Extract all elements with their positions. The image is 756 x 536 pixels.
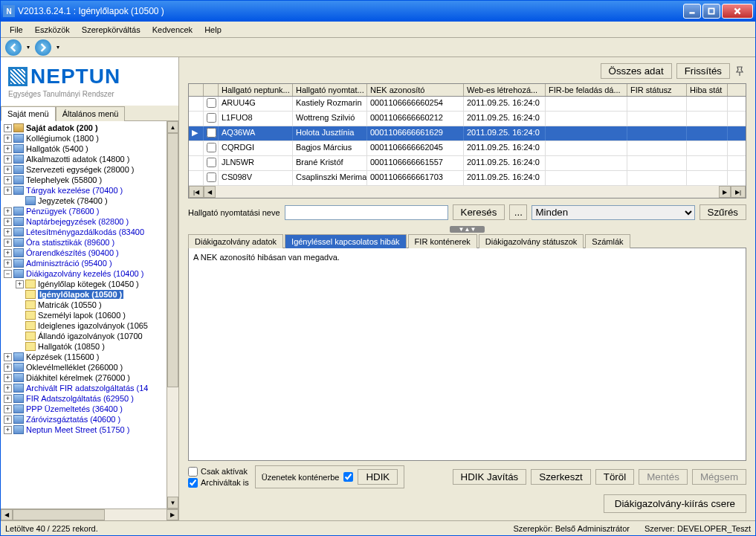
grid-col-neptun[interactable]: Hallgató neptunk... xyxy=(219,84,293,96)
tree-item[interactable]: +Hallgatók (5400 ) xyxy=(2,143,165,154)
refresh-button[interactable]: Frissítés xyxy=(676,63,730,79)
table-row[interactable]: ▶AQ36WAHolota Jusztínia00011066666616292… xyxy=(189,126,746,141)
expand-icon[interactable]: + xyxy=(4,426,12,434)
row-checkbox[interactable] xyxy=(207,98,216,108)
nav-back-dropdown[interactable]: ▾ xyxy=(25,39,32,56)
expand-icon[interactable]: + xyxy=(4,176,12,184)
expand-icon[interactable]: + xyxy=(4,405,12,413)
tree-item[interactable]: +Záróvizsgáztatás (40600 ) xyxy=(2,414,165,424)
expand-icon[interactable]: + xyxy=(4,207,12,216)
tree-item[interactable]: +Létesítménygazdálkodás (83400 xyxy=(2,227,165,237)
table-row[interactable]: L1FUO8Wottreng Szilvió000110666666021220… xyxy=(189,112,746,126)
tree-item[interactable]: +Órarendkészítés (90400 ) xyxy=(2,248,165,258)
expand-icon[interactable]: + xyxy=(4,259,12,268)
nav-tree[interactable]: +Saját adatok (200 )+Kollégiumok (1800 )… xyxy=(1,121,167,508)
tree-vscroll[interactable]: ▲ ▼ xyxy=(167,121,178,508)
tree-item[interactable]: +Kollégiumok (1800 ) xyxy=(2,133,165,143)
row-checkbox[interactable] xyxy=(207,143,216,152)
expand-icon[interactable]: + xyxy=(4,374,12,382)
grid-hscroll[interactable]: |◀ ◀ ▶ ▶| xyxy=(189,186,746,198)
edit-button[interactable]: Szerkeszt xyxy=(531,469,591,485)
only-active-check[interactable]: Csak aktívak xyxy=(188,467,249,477)
card-swap-button[interactable]: Diákigazolvány-kiírás csere xyxy=(604,494,746,513)
nav-forward-button[interactable] xyxy=(35,39,51,56)
tree-item[interactable]: +Oklevélmelléklet (266000 ) xyxy=(2,362,165,372)
expand-icon[interactable]: + xyxy=(4,395,12,403)
grid-scroll-right-icon[interactable]: ▶ xyxy=(719,186,731,198)
row-checkbox[interactable] xyxy=(207,158,216,167)
search-button[interactable]: Keresés xyxy=(453,204,505,220)
tab-own-menu[interactable]: Saját menü xyxy=(1,106,56,121)
expand-icon[interactable]: + xyxy=(4,166,12,174)
archived-check[interactable]: Archiváltak is xyxy=(188,478,249,488)
expand-icon[interactable]: + xyxy=(4,384,12,393)
table-row[interactable]: CQRDGIBagjos Március00011066666620452011… xyxy=(189,141,746,156)
scroll-right-icon[interactable]: ▶ xyxy=(167,509,178,520)
tree-item[interactable]: +Szervezeti egységek (28000 ) xyxy=(2,164,165,175)
table-row[interactable]: CS098VCsaplinszki Merima0001106666661703… xyxy=(189,171,746,186)
minimize-button[interactable] xyxy=(683,4,701,19)
expand-icon[interactable]: + xyxy=(16,280,24,288)
tree-item[interactable]: +Tárgyak kezelése (70400 ) xyxy=(2,185,165,196)
cancel-button[interactable]: Mégsem xyxy=(692,469,746,485)
row-checkbox[interactable] xyxy=(207,128,216,138)
grid-col-name[interactable]: Hallgató nyomtat... xyxy=(293,84,367,96)
table-row[interactable]: ARUU4GKastiely Rozmarin00011066666602542… xyxy=(189,97,746,112)
menu-favorites[interactable]: Kedvencek xyxy=(146,24,198,36)
tree-item[interactable]: +Személyi lapok (10600 ) xyxy=(2,310,165,320)
tree-item[interactable]: +FIR Adatszolgáltatás (62950 ) xyxy=(2,393,165,404)
tree-item[interactable]: +Naptárbejegyzések (82800 ) xyxy=(2,216,165,227)
collapse-toggle[interactable]: ▼▲▼ xyxy=(182,225,752,233)
menu-file[interactable]: File xyxy=(4,24,29,36)
tab-card-statuses[interactable]: Diákigazolvány státuszok xyxy=(479,234,584,248)
row-checkbox-cell[interactable] xyxy=(204,156,219,170)
tree-item[interactable]: +Adminisztráció (95400 ) xyxy=(2,258,165,268)
tree-item[interactable]: +Jegyzetek (78400 ) xyxy=(2,196,165,206)
row-checkbox-cell[interactable] xyxy=(204,97,219,111)
menu-tools[interactable]: Eszközök xyxy=(29,24,76,36)
row-selector[interactable] xyxy=(189,97,204,111)
grid-col-errstatus[interactable]: Hiba stát xyxy=(687,84,728,96)
filter-select[interactable]: Minden xyxy=(532,205,694,220)
menu-help[interactable]: Help xyxy=(198,24,227,36)
only-active-checkbox[interactable] xyxy=(188,467,198,477)
tree-item[interactable]: +Képzések (115600 ) xyxy=(2,352,165,362)
expand-icon[interactable]: + xyxy=(4,353,12,361)
row-selector[interactable] xyxy=(189,156,204,170)
tab-fir-containers[interactable]: FIR konténerek xyxy=(408,234,477,248)
row-checkbox-cell[interactable] xyxy=(204,141,219,155)
grid-col-firdate[interactable]: FIR-be feladás dá... xyxy=(546,84,627,96)
save-button[interactable]: Mentés xyxy=(639,469,688,485)
expand-icon[interactable]: + xyxy=(4,228,12,236)
delete-button[interactable]: Töröl xyxy=(595,469,634,485)
search-browse-button[interactable]: ... xyxy=(509,204,527,220)
tree-item[interactable]: +Saját adatok (200 ) xyxy=(2,123,165,133)
nav-forward-dropdown[interactable]: ▾ xyxy=(54,39,62,56)
tree-item[interactable]: +Alkalmazotti adatok (14800 ) xyxy=(2,154,165,164)
row-checkbox-cell[interactable] xyxy=(204,126,219,141)
menu-roleswitch[interactable]: Szerepkörváltás xyxy=(76,24,146,36)
tab-request-errors[interactable]: Igényléssel kapcsolatos hibák xyxy=(285,234,407,248)
tab-card-data[interactable]: Diákigazolvány adatok xyxy=(188,234,283,248)
tab-invoices[interactable]: Számlák xyxy=(585,234,630,248)
table-row[interactable]: JLN5WRBrané Kristóf00011066666615572011.… xyxy=(189,156,746,171)
tree-item[interactable]: +Archivált FIR adatszolgáltatás (14 xyxy=(2,383,165,393)
scroll-left-icon[interactable]: ◀ xyxy=(1,509,13,520)
grid-scroll-far-right-icon[interactable]: ▶| xyxy=(731,186,746,198)
tree-item[interactable]: +Hallgatók (10850 ) xyxy=(2,341,165,352)
expand-icon[interactable]: − xyxy=(4,270,12,278)
grid-col-firstatus[interactable]: FIR státusz xyxy=(627,84,687,96)
tree-item[interactable]: +Pénzügyek (78600 ) xyxy=(2,206,165,216)
expand-icon[interactable]: + xyxy=(4,135,12,143)
close-button[interactable] xyxy=(722,4,753,19)
all-data-button[interactable]: Összes adat xyxy=(601,63,672,79)
row-selector[interactable] xyxy=(189,171,204,185)
expand-icon[interactable]: + xyxy=(4,239,12,247)
archived-checkbox[interactable] xyxy=(188,478,198,488)
nav-back-button[interactable] xyxy=(5,39,22,56)
filter-button[interactable]: Szűrés xyxy=(700,204,746,220)
pin-icon[interactable] xyxy=(734,66,745,77)
grid-col-webcreated[interactable]: Web-es létrehozá... xyxy=(464,84,546,96)
tree-item[interactable]: +Matricák (10550 ) xyxy=(2,300,165,310)
maximize-button[interactable] xyxy=(702,4,720,19)
